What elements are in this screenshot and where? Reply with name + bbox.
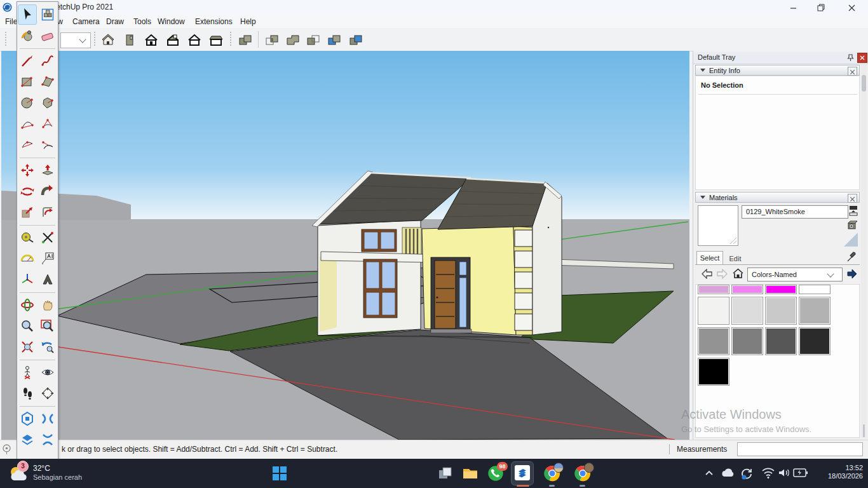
extension-tool-4-button[interactable] (38, 430, 57, 450)
color-swatch[interactable] (698, 327, 729, 355)
arc-3-point-tool-button[interactable] (18, 135, 37, 155)
push-pull-tool-button[interactable] (38, 160, 57, 180)
color-swatch[interactable] (765, 327, 797, 355)
look-around-tool-button[interactable] (38, 362, 57, 383)
volume-icon[interactable] (778, 467, 790, 478)
intersect-button[interactable] (263, 31, 280, 48)
menu-camera[interactable]: Camera (71, 17, 102, 27)
trim-button[interactable] (325, 31, 342, 48)
tray-scrollbar[interactable] (861, 65, 867, 438)
right-view-button[interactable] (164, 31, 181, 48)
zoom-tool-button[interactable] (18, 316, 37, 336)
axes-tool-button[interactable] (18, 269, 37, 290)
select-tool-button[interactable] (18, 4, 37, 25)
move-tool-button[interactable] (18, 160, 37, 180)
entity-info-close-button[interactable] (848, 67, 857, 76)
rotated-rectangle-tool-button[interactable] (38, 72, 57, 92)
extension-tool-3-button[interactable] (18, 430, 37, 450)
geolocation-icon[interactable] (2, 444, 11, 455)
menu-help[interactable]: Help (238, 17, 258, 27)
rectangle-tool-button[interactable] (18, 72, 37, 92)
toolbar-drag-handle[interactable] (230, 32, 233, 47)
eraser-button[interactable] (38, 25, 57, 46)
sync-icon[interactable] (739, 466, 754, 481)
split-button[interactable] (347, 31, 364, 48)
color-swatch[interactable] (731, 297, 763, 325)
paint-bucket-button[interactable] (18, 25, 37, 46)
zoom-window-tool-button[interactable] (38, 316, 57, 336)
restore-button[interactable] (808, 0, 834, 15)
pan-tool-button[interactable] (38, 295, 57, 315)
front-view-button[interactable] (142, 31, 159, 48)
menu-tools[interactable]: Tools (132, 17, 153, 27)
rotate-tool-button[interactable] (18, 181, 37, 201)
color-swatch[interactable] (698, 297, 729, 325)
style-combo[interactable] (60, 32, 91, 48)
extension-tool-1-button[interactable] (18, 409, 37, 429)
onedrive-icon[interactable] (721, 467, 736, 478)
color-swatch[interactable] (799, 297, 831, 325)
scrollbar-thumb[interactable] (862, 75, 866, 92)
toolbar-drag-handle[interactable] (94, 32, 97, 47)
menu-draw[interactable]: Draw (104, 17, 126, 27)
forward-arrow-icon[interactable] (717, 269, 728, 279)
color-swatch[interactable] (799, 285, 831, 294)
follow-me-tool-button[interactable] (38, 181, 57, 201)
arc-tool-button[interactable] (38, 114, 57, 134)
tray-close-button[interactable] (857, 53, 867, 63)
zoom-extents-tool-button[interactable] (18, 337, 37, 357)
protractor-tool-button[interactable] (18, 248, 37, 269)
eyedropper-icon[interactable] (846, 251, 857, 262)
extension-tool-2-button[interactable] (38, 409, 57, 429)
create-material-icon[interactable] (846, 219, 858, 231)
task-view-button[interactable] (437, 465, 454, 482)
top-view-button[interactable] (121, 31, 138, 48)
materials-close-button[interactable] (848, 194, 857, 203)
color-swatch[interactable] (698, 285, 729, 294)
wifi-icon[interactable] (761, 467, 775, 478)
display-secondary-pane-icon[interactable] (848, 205, 858, 216)
menu-window[interactable]: Window (156, 17, 187, 27)
polygon-tool-button[interactable] (38, 93, 57, 113)
color-swatch[interactable] (731, 285, 763, 294)
text-tool-button[interactable] (38, 248, 57, 269)
freehand-tool-button[interactable] (38, 51, 57, 71)
tab-edit[interactable]: Edit (723, 253, 747, 264)
tab-select[interactable]: Select (696, 251, 723, 265)
material-preview[interactable] (698, 205, 738, 246)
section-plane-tool-button[interactable] (38, 383, 57, 403)
battery-icon[interactable] (793, 467, 808, 478)
details-arrow-icon[interactable] (846, 268, 858, 281)
color-swatch[interactable] (731, 327, 763, 355)
arc-2-point-tool-button[interactable] (18, 114, 37, 134)
subtract-button[interactable] (304, 31, 322, 48)
whatsapp-button[interactable]: 98 (487, 464, 505, 482)
back-view-button[interactable] (186, 31, 203, 48)
color-swatch[interactable] (765, 297, 797, 325)
3d-viewport[interactable] (1, 51, 689, 440)
file-explorer-button[interactable] (462, 465, 478, 482)
chrome-button-2[interactable] (574, 464, 592, 482)
union-button[interactable] (284, 31, 301, 48)
position-camera-tool-button[interactable] (18, 362, 37, 383)
menu-extensions[interactable]: Extensions (193, 17, 234, 27)
clock[interactable]: 13:52 18/03/2026 (815, 464, 863, 480)
walk-tool-button[interactable] (18, 383, 37, 403)
orbit-tool-button[interactable] (18, 295, 37, 315)
sketchup-taskbar-button[interactable] (511, 461, 534, 485)
weather-widget[interactable]: 3 32°C Sebagian cerah (6, 460, 102, 487)
collection-dropdown[interactable]: Colors-Named (747, 268, 843, 281)
dimension-tool-button[interactable] (38, 227, 57, 248)
back-arrow-icon[interactable] (702, 269, 712, 279)
close-button[interactable] (839, 0, 864, 15)
outer-shell-button[interactable] (236, 31, 254, 48)
offset-tool-button[interactable] (38, 202, 57, 222)
pin-icon[interactable] (847, 54, 854, 62)
left-view-button[interactable] (207, 31, 224, 48)
entity-info-header[interactable]: Entity Info (695, 65, 860, 76)
chrome-button-1[interactable] (543, 464, 561, 482)
3d-text-tool-button[interactable] (38, 269, 57, 290)
material-name-field[interactable]: 0129_WhiteSmoke (742, 205, 848, 219)
start-button[interactable] (272, 466, 287, 481)
color-swatch[interactable] (698, 358, 729, 386)
